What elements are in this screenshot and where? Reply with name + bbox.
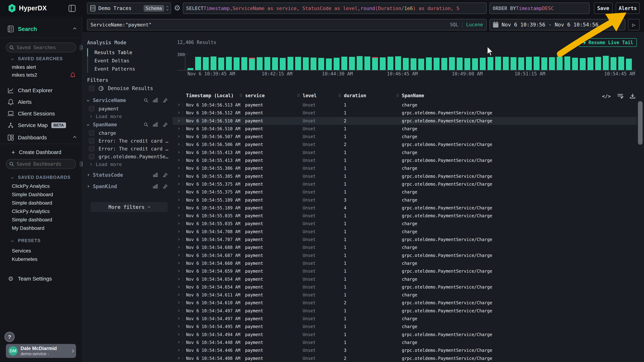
histogram-bar[interactable] xyxy=(388,57,394,70)
histogram-bar[interactable] xyxy=(203,57,209,70)
saved-dashboards-input[interactable] xyxy=(17,161,77,167)
histogram-bar[interactable] xyxy=(364,56,370,70)
filter-checkbox[interactable] xyxy=(89,146,94,151)
date-range-picker[interactable]: Nov 6 10:39:56 - Nov 6 10:54:56 xyxy=(490,19,626,30)
table-row[interactable]: Nov 6 10:54:54.611 AMpaymentUnset1charge xyxy=(173,291,637,299)
more-filters-button[interactable]: More filters xyxy=(91,202,168,212)
filter-value-row[interactable]: payment xyxy=(83,105,173,113)
row-expander-icon[interactable] xyxy=(177,104,180,106)
row-expander-icon[interactable] xyxy=(177,294,180,296)
filter-value-row[interactable]: Error: The credit card … xyxy=(83,137,173,145)
row-expander-icon[interactable] xyxy=(177,143,180,146)
column-header-spanname[interactable]: SpanName xyxy=(402,93,424,98)
resume-live-tail-button[interactable]: Resume Live Tail xyxy=(579,38,637,47)
table-row[interactable]: Nov 6 10:54:55.189 AMpaymentUnset4grpc.o… xyxy=(173,204,637,212)
filter-value-row[interactable]: charge xyxy=(83,129,173,137)
histogram-bar[interactable] xyxy=(572,58,578,70)
sidebar-saved-dashboard-item[interactable]: My Dashboard xyxy=(0,224,82,232)
histogram-bar[interactable] xyxy=(380,57,386,70)
sidebar-item-alerts[interactable]: Alerts xyxy=(0,97,82,107)
table-row[interactable]: Nov 6 10:54:56.507 AMpaymentUnset1charge xyxy=(173,133,637,141)
table-row[interactable]: Nov 6 10:54:55.035 AMpaymentUnset1grpc.o… xyxy=(173,212,637,220)
histogram-bar[interactable] xyxy=(618,57,624,70)
table-row[interactable]: Nov 6 10:54:54.659 AMpaymentUnset1grpc.o… xyxy=(173,267,637,275)
load-more-button[interactable]: Load more xyxy=(83,161,173,168)
histogram-bar[interactable] xyxy=(310,57,316,70)
row-expander-icon[interactable] xyxy=(177,278,180,280)
row-expander-icon[interactable] xyxy=(177,302,180,304)
table-row[interactable]: Nov 6 10:54:54.495 AMpaymentUnset1charge xyxy=(173,323,637,331)
sidebar-item-client-sessions[interactable]: Client Sessions xyxy=(0,109,82,118)
histogram-bar[interactable] xyxy=(188,68,194,70)
histogram-bar[interactable] xyxy=(457,57,462,70)
row-expander-icon[interactable] xyxy=(177,310,180,312)
table-row[interactable]: Nov 6 10:54:55.375 AMpaymentUnset1charge xyxy=(173,188,637,196)
row-expander-icon[interactable] xyxy=(177,135,180,138)
filter-checkbox[interactable] xyxy=(89,138,94,144)
histogram-bar[interactable] xyxy=(326,58,332,70)
row-expander-icon[interactable] xyxy=(177,333,180,336)
table-row[interactable]: Nov 6 10:54:54.497 AMpaymentUnset1charge xyxy=(173,315,637,323)
filter-group-header[interactable]: SpanName xyxy=(83,120,173,129)
table-row[interactable]: Nov 6 10:54:55.035 AMpaymentUnset1charge xyxy=(173,220,637,228)
column-header-level[interactable]: level xyxy=(303,93,317,98)
row-expander-icon[interactable] xyxy=(177,317,180,320)
table-row[interactable]: Nov 6 10:54:54.494 AMpaymentUnset1grpc.o… xyxy=(173,331,637,339)
histogram-bar[interactable] xyxy=(449,57,455,70)
histogram-bar[interactable] xyxy=(488,57,494,70)
saved-searches-input[interactable] xyxy=(17,45,77,50)
chart-icon[interactable] xyxy=(153,98,158,103)
search-icon[interactable] xyxy=(144,98,148,103)
chart-icon[interactable] xyxy=(153,173,158,177)
row-expander-icon[interactable] xyxy=(177,183,180,185)
sidebar-preset-item[interactable]: Services xyxy=(0,247,82,255)
histogram-bar[interactable] xyxy=(210,56,216,70)
chart-icon[interactable] xyxy=(153,184,158,189)
pin-icon[interactable] xyxy=(162,173,168,178)
row-expander-icon[interactable] xyxy=(177,254,180,256)
filter-checkbox[interactable] xyxy=(89,106,94,111)
histogram-bar[interactable] xyxy=(395,56,401,70)
table-row[interactable]: Nov 6 10:54:54.687 AMpaymentUnset1grpc.o… xyxy=(173,252,637,259)
table-row[interactable]: Nov 6 10:54:56.510 AMpaymentUnset1charge xyxy=(173,125,637,133)
histogram-bar[interactable] xyxy=(472,58,478,70)
row-expander-icon[interactable] xyxy=(177,151,180,154)
download-icon[interactable] xyxy=(630,93,636,99)
histogram-bar[interactable] xyxy=(626,59,632,70)
row-expander-icon[interactable] xyxy=(177,262,180,264)
row-expander-icon[interactable] xyxy=(177,349,180,351)
filter-value-row[interactable]: Error: The credit card … xyxy=(83,145,173,153)
histogram-bar[interactable] xyxy=(464,58,470,70)
sidebar-preset-item[interactable]: Kubernetes xyxy=(0,255,82,263)
histogram-bar[interactable] xyxy=(241,57,247,70)
histogram-bar[interactable] xyxy=(288,57,294,70)
row-expander-icon[interactable] xyxy=(177,214,180,217)
row-expander-icon[interactable] xyxy=(177,230,180,233)
histogram-bar[interactable] xyxy=(495,57,501,70)
sidebar-toggle-icon[interactable] xyxy=(68,5,76,12)
histogram-bar[interactable] xyxy=(257,57,262,70)
histogram-bar[interactable] xyxy=(557,57,562,70)
search-query-input[interactable] xyxy=(90,22,450,27)
filter-value-row[interactable]: grpc.oteldemo.PaymentSe… xyxy=(83,153,173,161)
row-expander-icon[interactable] xyxy=(177,120,180,122)
histogram-bar[interactable] xyxy=(510,57,516,70)
histogram-bar[interactable] xyxy=(480,58,486,70)
row-expander-icon[interactable] xyxy=(177,357,180,359)
column-drag-handle-icon[interactable]: ⠿ xyxy=(396,93,399,98)
row-expander-icon[interactable] xyxy=(177,167,180,169)
column-header-duration[interactable]: duration xyxy=(344,93,366,98)
histogram-bar[interactable] xyxy=(595,57,601,70)
histogram-bar[interactable] xyxy=(249,58,255,70)
histogram-bar[interactable] xyxy=(295,57,301,70)
filter-group-header[interactable]: ServiceName xyxy=(83,96,173,105)
data-source-select[interactable]: Demo Traces Schema xyxy=(87,2,171,14)
search-icon[interactable] xyxy=(144,122,148,127)
histogram-bar[interactable] xyxy=(534,57,540,70)
histogram-bar[interactable] xyxy=(195,57,201,70)
histogram-bar[interactable] xyxy=(334,58,340,70)
histogram-bar[interactable] xyxy=(410,58,416,70)
saved-searches-searchbox[interactable]: ⌘K xyxy=(6,42,76,52)
sidebar-saved-dashboard-item[interactable]: ClickPy Analytics xyxy=(0,182,82,190)
sidebar-saved-dashboard-item[interactable]: Simple dashboard xyxy=(0,216,82,224)
